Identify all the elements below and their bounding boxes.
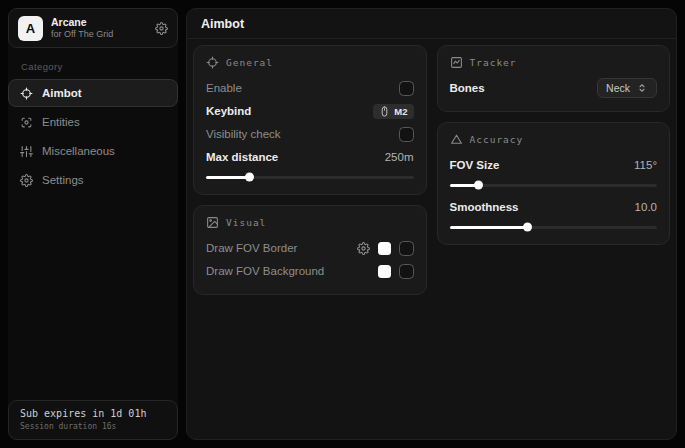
left-column: General Enable Keybind M2 V: [193, 45, 427, 295]
triangle-icon: [450, 133, 463, 146]
keybind-row: Keybind M2: [206, 100, 414, 122]
main-panel: Aimbot General Enable Keybind: [186, 8, 677, 440]
fov-size-slider[interactable]: [450, 180, 658, 190]
card-visual-header: Visual: [206, 216, 414, 229]
slider-fill: [450, 184, 479, 187]
card-header-label: Tracker: [470, 57, 517, 68]
sidebar-item-aimbot[interactable]: Aimbot: [8, 79, 178, 107]
app-meta: Arcane for Off The Grid: [51, 16, 147, 39]
slider-thumb[interactable]: [523, 223, 532, 232]
slider-thumb[interactable]: [245, 173, 254, 182]
gear-icon: [20, 174, 33, 187]
bones-select[interactable]: Neck: [597, 78, 657, 98]
visibility-checkbox[interactable]: [399, 127, 414, 142]
slider-fill: [450, 226, 529, 229]
slider-track: [450, 184, 658, 187]
sidebar-item-label: Settings: [42, 174, 84, 186]
sub-expiry-text: Sub expires in 1d 01h: [20, 408, 166, 419]
card-header-label: Visual: [226, 217, 266, 228]
sidebar-item-label: Aimbot: [42, 87, 82, 99]
card-general-header: General: [206, 56, 414, 69]
fov-border-label: Draw FOV Border: [206, 242, 349, 254]
sidebar: A Arcane for Off The Grid Category Aimbo…: [8, 8, 178, 440]
keybind-badge[interactable]: M2: [373, 104, 413, 119]
mouse-icon: [379, 106, 390, 117]
fov-background-checkbox[interactable]: [399, 264, 414, 279]
app-header-card: A Arcane for Off The Grid: [8, 8, 178, 48]
main-header: Aimbot: [187, 9, 676, 39]
tracker-icon: [450, 56, 463, 69]
card-header-label: Accuracy: [470, 134, 524, 145]
card-tracker: Tracker Bones Neck: [437, 45, 671, 112]
scan-icon: [20, 116, 33, 129]
right-column: Tracker Bones Neck Accuracy: [437, 45, 671, 245]
slider-thumb[interactable]: [474, 181, 483, 190]
sidebar-item-miscellaneous[interactable]: Miscellaneous: [8, 137, 178, 165]
fov-border-color-swatch[interactable]: [378, 242, 391, 255]
sidebar-item-label: Miscellaneous: [42, 145, 115, 157]
max-distance-value: 250m: [385, 151, 414, 163]
fov-border-checkbox[interactable]: [399, 241, 414, 256]
enable-label: Enable: [206, 82, 391, 94]
max-distance-label: Max distance: [206, 151, 385, 163]
card-header-label: General: [226, 57, 273, 68]
page-title: Aimbot: [201, 17, 244, 31]
fov-size-value: 115°: [634, 159, 657, 171]
image-icon: [206, 216, 219, 229]
keybind-label: Keybind: [206, 105, 373, 117]
card-accuracy: Accuracy FOV Size 115°: [437, 122, 671, 245]
crosshair-icon: [20, 87, 33, 100]
fov-size-label: FOV Size: [450, 159, 635, 171]
visibility-check-label: Visibility check: [206, 128, 391, 140]
bones-label: Bones: [450, 82, 598, 94]
session-duration-text: Session duration 16s: [20, 422, 166, 431]
category-label: Category: [21, 61, 165, 72]
fov-border-row: Draw FOV Border: [206, 237, 414, 259]
fov-background-label: Draw FOV Background: [206, 265, 370, 277]
keybind-value: M2: [394, 106, 407, 117]
card-general: General Enable Keybind M2 V: [193, 45, 427, 195]
slider-fill: [206, 176, 250, 179]
main-content: General Enable Keybind M2 V: [187, 39, 676, 439]
slider-track: [450, 226, 658, 229]
slider-track: [206, 176, 414, 179]
chevrons-up-down-icon: [636, 82, 648, 94]
app-logo: A: [18, 16, 43, 41]
sidebar-item-settings[interactable]: Settings: [8, 166, 178, 194]
fov-background-row: Draw FOV Background: [206, 260, 414, 282]
enable-checkbox[interactable]: [399, 81, 414, 96]
card-accuracy-header: Accuracy: [450, 133, 658, 146]
max-distance-slider[interactable]: [206, 172, 414, 182]
fov-size-row: FOV Size 115°: [450, 154, 658, 176]
smoothness-label: Smoothness: [450, 201, 635, 213]
sidebar-spacer: [8, 194, 178, 400]
sidebar-item-label: Entities: [42, 116, 80, 128]
sidebar-item-entities[interactable]: Entities: [8, 108, 178, 136]
sidebar-nav: Aimbot Entities Miscellaneous Settings: [8, 79, 178, 194]
app-window: A Arcane for Off The Grid Category Aimbo…: [0, 0, 685, 448]
enable-row: Enable: [206, 77, 414, 99]
smoothness-slider[interactable]: [450, 222, 658, 232]
visibility-check-row: Visibility check: [206, 123, 414, 145]
smoothness-value: 10.0: [635, 201, 657, 213]
max-distance-row: Max distance 250m: [206, 146, 414, 168]
subscription-card: Sub expires in 1d 01h Session duration 1…: [8, 400, 178, 440]
bones-row: Bones Neck: [450, 77, 658, 99]
app-subtitle: for Off The Grid: [51, 29, 147, 39]
crosshair-icon: [206, 56, 219, 69]
card-visual: Visual Draw FOV Border Draw FOV Backgrou…: [193, 205, 427, 295]
fov-background-color-swatch[interactable]: [378, 265, 391, 278]
gear-icon[interactable]: [155, 22, 168, 35]
sliders-icon: [20, 145, 33, 158]
smoothness-row: Smoothness 10.0: [450, 196, 658, 218]
bones-value: Neck: [606, 82, 630, 94]
card-tracker-header: Tracker: [450, 56, 658, 69]
app-name: Arcane: [51, 16, 147, 28]
gear-icon[interactable]: [357, 242, 370, 255]
